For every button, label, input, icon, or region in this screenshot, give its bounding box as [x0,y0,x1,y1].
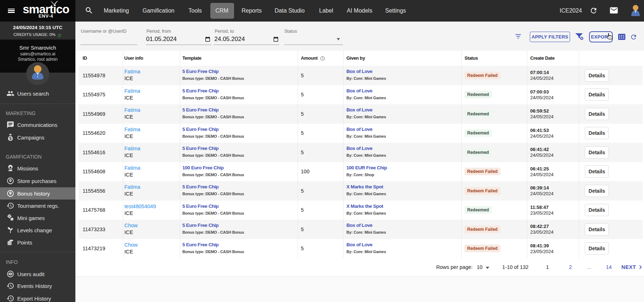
svg-text:?: ? [322,57,323,59]
